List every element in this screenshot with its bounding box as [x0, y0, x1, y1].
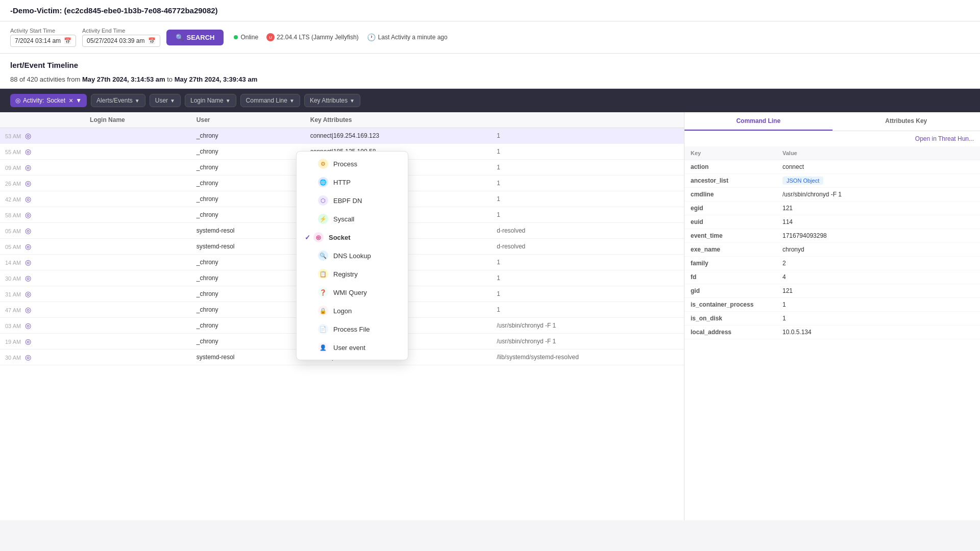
- cell-user: _chrony: [191, 318, 305, 334]
- kv-key: euid: [684, 215, 776, 229]
- activity-filter-chip[interactable]: ◎ Activity: Socket × ▼: [10, 94, 87, 107]
- details-tabs: Command Line Attributes Key: [684, 112, 980, 131]
- target-icon: ◎: [25, 211, 31, 219]
- item-icon-user event: 👤: [318, 342, 328, 353]
- dropdown-item-registry[interactable]: 📋 Registry: [297, 265, 408, 283]
- end-time-group: Activity End Time 05/27/2024 03:39 am 📅: [82, 28, 160, 47]
- cell-login: [85, 176, 191, 191]
- cell-user: _chrony: [191, 144, 305, 160]
- key-attributes-filter[interactable]: Key Attributes ▼: [304, 94, 360, 107]
- kv-key: ancestor_list: [684, 174, 776, 188]
- table-row[interactable]: 53 AM ◎ _chrony connect|169.254.169.123 …: [0, 128, 684, 144]
- kv-row: cmdline/usr/sbin/chronyd -F 1: [684, 188, 980, 202]
- cell-login: [85, 191, 191, 207]
- cell-login: [85, 239, 191, 255]
- dropdown-item-ebpf-dn[interactable]: ⬡ EBPF DN: [297, 191, 408, 210]
- dropdown-item-socket[interactable]: ✓ ◎ Socket: [297, 228, 408, 246]
- activity-summary: 88 of 420 activities from May 27th 2024,…: [0, 72, 980, 89]
- kv-value: 121: [776, 202, 980, 215]
- start-time-label: Activity Start Time: [10, 28, 76, 34]
- calendar-icon-start: 📅: [64, 37, 71, 44]
- kv-row: is_on_disk1: [684, 312, 980, 325]
- cell-user: _chrony: [191, 255, 305, 270]
- kv-row: fd4: [684, 270, 980, 284]
- dropdown-item-process-file[interactable]: 📄 Process File: [297, 320, 408, 338]
- cell-extra: d-resolved: [492, 223, 684, 239]
- item-icon-logon: 🔒: [318, 306, 328, 316]
- kv-value: 121: [776, 284, 980, 298]
- filter-bar: ◎ Activity: Socket × ▼ Alerts/Events ▼ U…: [0, 89, 980, 112]
- target-icon: ◎: [25, 195, 31, 203]
- command-line-filter[interactable]: Command Line ▼: [240, 94, 300, 107]
- kv-value: 10.0.5.134: [776, 325, 980, 339]
- command-line-label: Command Line: [246, 97, 287, 104]
- tab-command-line[interactable]: Command Line: [684, 112, 832, 131]
- search-button[interactable]: 🔍 SEARCH: [166, 30, 224, 45]
- check-icon: ✓: [305, 234, 310, 241]
- cell-user: systemd-resol: [191, 239, 305, 255]
- calendar-icon-end: 📅: [148, 37, 156, 44]
- kv-table: Key Value actionconnectancestor_listJSON…: [684, 146, 980, 339]
- cell-login: [85, 207, 191, 223]
- open-threat-hunt-link[interactable]: Open in Threat Hun...: [915, 135, 974, 142]
- os-version: U 22.04.4 LTS (Jammy Jellyfish): [266, 33, 359, 41]
- user-filter[interactable]: User ▼: [150, 94, 181, 107]
- user-label: User: [155, 97, 168, 104]
- kv-key: is_on_disk: [684, 312, 776, 325]
- col-extra: [492, 112, 684, 128]
- cell-user: _chrony: [191, 334, 305, 349]
- cell-user: _chrony: [191, 286, 305, 302]
- col-login: Login Name: [85, 112, 191, 128]
- status-items: Online U 22.04.4 LTS (Jammy Jellyfish) 🕐…: [234, 33, 447, 41]
- activity-dropdown[interactable]: ⚙ Process 🌐 HTTP ⬡ EBPF DN ⚡ Syscall ✓ ◎…: [296, 151, 408, 360]
- dropdown-item-label: HTTP: [333, 179, 351, 186]
- dropdown-item-label: Syscall: [333, 215, 354, 223]
- cell-extra: 1: [492, 128, 684, 144]
- dropdown-item-process[interactable]: ⚙ Process: [297, 155, 408, 173]
- os-label: 22.04.4 LTS (Jammy Jellyfish): [277, 34, 359, 41]
- kv-value: chronyd: [776, 243, 980, 257]
- key-attributes-label: Key Attributes: [310, 97, 348, 104]
- end-time-input[interactable]: 05/27/2024 03:39 am 📅: [82, 35, 160, 47]
- dropdown-item-user-event[interactable]: 👤 User event: [297, 338, 408, 357]
- tab-attributes-key[interactable]: Attributes Key: [832, 112, 981, 131]
- item-icon-syscall: ⚡: [318, 214, 328, 224]
- chevron-down-icon-alerts: ▼: [135, 98, 140, 104]
- kv-value: 2: [776, 257, 980, 270]
- cell-extra: 1: [492, 302, 684, 318]
- kv-value: 4: [776, 270, 980, 284]
- dropdown-item-label: Registry: [333, 270, 358, 278]
- remove-filter-icon[interactable]: ×: [69, 96, 73, 105]
- col-user: User: [191, 112, 305, 128]
- cell-login: [85, 349, 191, 365]
- cell-time: 05 AM ◎: [0, 239, 85, 255]
- target-icon: ◎: [25, 242, 31, 251]
- top-bar: -Demo-Victim: (ec2cd845-ebe0-1b3b-7e08-4…: [0, 0, 980, 21]
- item-icon-socket: ◎: [313, 232, 324, 242]
- dropdown-item-logon[interactable]: 🔒 Logon: [297, 302, 408, 320]
- dropdown-item-wmi-query[interactable]: ❓ WMI Query: [297, 283, 408, 302]
- last-activity: 🕐 Last Activity a minute ago: [367, 33, 448, 41]
- kv-key: egid: [684, 202, 776, 215]
- cell-user: _chrony: [191, 128, 305, 144]
- cell-user: _chrony: [191, 160, 305, 176]
- cell-user: _chrony: [191, 191, 305, 207]
- dropdown-item-syscall[interactable]: ⚡ Syscall: [297, 210, 408, 228]
- kv-row: actionconnect: [684, 160, 980, 174]
- kv-key: family: [684, 257, 776, 270]
- kv-key: fd: [684, 270, 776, 284]
- cell-time: 14 AM ◎: [0, 255, 85, 270]
- chevron-down-icon-login: ▼: [226, 98, 231, 104]
- item-icon-process: ⚙: [318, 159, 328, 169]
- end-time-label: Activity End Time: [82, 28, 160, 34]
- last-activity-label: Last Activity a minute ago: [378, 34, 448, 41]
- dropdown-item-http[interactable]: 🌐 HTTP: [297, 173, 408, 191]
- item-icon-http: 🌐: [318, 177, 328, 187]
- kv-key: gid: [684, 284, 776, 298]
- cell-time: 53 AM ◎: [0, 128, 85, 144]
- alerts-events-filter[interactable]: Alerts/Events ▼: [91, 94, 145, 107]
- dropdown-item-dns-lookup[interactable]: 🔍 DNS Lookup: [297, 246, 408, 265]
- start-time-input[interactable]: 7/2024 03:14 am 📅: [10, 35, 76, 47]
- login-name-filter[interactable]: Login Name ▼: [185, 94, 236, 107]
- chevron-down-icon-user: ▼: [170, 98, 175, 104]
